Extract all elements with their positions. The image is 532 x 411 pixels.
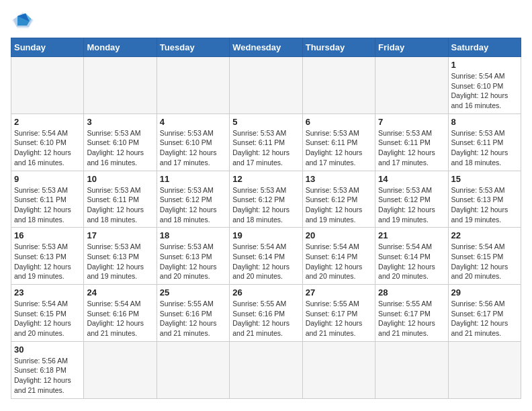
calendar-cell: 4Sunrise: 5:53 AMSunset: 6:10 PMDaylight… [157, 113, 229, 171]
calendar-week-2: 2Sunrise: 5:54 AMSunset: 6:10 PMDaylight… [11, 113, 521, 171]
day-number: 28 [378, 287, 445, 298]
logo-icon [11, 11, 35, 30]
calendar-cell: 1Sunrise: 5:54 AMSunset: 6:10 PMDaylight… [448, 57, 521, 114]
day-info: Sunrise: 5:54 AMSunset: 6:10 PMDaylight:… [14, 128, 81, 168]
day-info: Sunrise: 5:54 AMSunset: 6:10 PMDaylight:… [451, 71, 518, 111]
day-number: 24 [87, 287, 153, 298]
day-info: Sunrise: 5:55 AMSunset: 6:16 PMDaylight:… [232, 299, 299, 338]
calendar-cell: 22Sunrise: 5:54 AMSunset: 6:15 PMDayligh… [448, 228, 521, 285]
calendar-cell: 2Sunrise: 5:54 AMSunset: 6:10 PMDaylight… [11, 113, 84, 171]
calendar-cell [84, 57, 157, 114]
calendar-cell: 8Sunrise: 5:53 AMSunset: 6:11 PMDaylight… [448, 113, 521, 171]
day-number: 18 [160, 230, 226, 240]
calendar-cell [230, 57, 302, 114]
calendar-cell: 30Sunrise: 5:56 AMSunset: 6:18 PMDayligh… [11, 341, 84, 398]
day-number: 5 [232, 117, 299, 127]
day-number: 1 [451, 60, 518, 70]
logo [11, 11, 39, 30]
day-info: Sunrise: 5:55 AMSunset: 6:17 PMDaylight:… [378, 299, 445, 338]
calendar-cell: 5Sunrise: 5:53 AMSunset: 6:11 PMDaylight… [230, 113, 302, 171]
calendar-cell [230, 341, 302, 398]
day-number: 11 [160, 174, 226, 184]
day-info: Sunrise: 5:53 AMSunset: 6:12 PMDaylight:… [232, 185, 299, 225]
day-info: Sunrise: 5:53 AMSunset: 6:11 PMDaylight:… [378, 128, 445, 168]
day-info: Sunrise: 5:54 AMSunset: 6:14 PMDaylight:… [232, 242, 299, 281]
day-info: Sunrise: 5:54 AMSunset: 6:16 PMDaylight:… [87, 299, 153, 338]
calendar-cell: 24Sunrise: 5:54 AMSunset: 6:16 PMDayligh… [84, 285, 157, 342]
calendar-cell: 14Sunrise: 5:53 AMSunset: 6:12 PMDayligh… [375, 171, 448, 228]
calendar-cell: 15Sunrise: 5:53 AMSunset: 6:13 PMDayligh… [448, 171, 521, 228]
calendar-cell: 9Sunrise: 5:53 AMSunset: 6:11 PMDaylight… [11, 171, 84, 228]
calendar-cell: 27Sunrise: 5:55 AMSunset: 6:17 PMDayligh… [302, 285, 375, 342]
calendar-cell: 13Sunrise: 5:53 AMSunset: 6:12 PMDayligh… [302, 171, 375, 228]
day-number: 8 [451, 117, 518, 127]
day-number: 19 [232, 230, 299, 240]
day-number: 27 [306, 287, 372, 298]
day-number: 7 [378, 117, 445, 127]
calendar-cell [448, 341, 521, 398]
calendar-cell [375, 57, 448, 114]
calendar: SundayMondayTuesdayWednesdayThursdayFrid… [11, 38, 521, 399]
day-info: Sunrise: 5:54 AMSunset: 6:15 PMDaylight:… [451, 242, 518, 281]
calendar-cell: 16Sunrise: 5:53 AMSunset: 6:13 PMDayligh… [11, 228, 84, 285]
day-info: Sunrise: 5:54 AMSunset: 6:14 PMDaylight:… [306, 242, 372, 281]
calendar-cell: 17Sunrise: 5:53 AMSunset: 6:13 PMDayligh… [84, 228, 157, 285]
day-number: 20 [306, 230, 372, 240]
calendar-cell: 29Sunrise: 5:56 AMSunset: 6:17 PMDayligh… [448, 285, 521, 342]
calendar-cell [302, 57, 375, 114]
day-info: Sunrise: 5:53 AMSunset: 6:11 PMDaylight:… [232, 128, 299, 168]
calendar-cell [375, 341, 448, 398]
day-info: Sunrise: 5:54 AMSunset: 6:14 PMDaylight:… [378, 242, 445, 281]
day-number: 17 [87, 230, 153, 240]
calendar-cell: 21Sunrise: 5:54 AMSunset: 6:14 PMDayligh… [375, 228, 448, 285]
day-info: Sunrise: 5:53 AMSunset: 6:10 PMDaylight:… [87, 128, 153, 168]
day-info: Sunrise: 5:53 AMSunset: 6:11 PMDaylight:… [306, 128, 372, 168]
calendar-cell [302, 341, 375, 398]
day-number: 12 [232, 174, 299, 184]
day-number: 2 [14, 117, 81, 127]
calendar-cell: 11Sunrise: 5:53 AMSunset: 6:12 PMDayligh… [157, 171, 229, 228]
calendar-cell: 10Sunrise: 5:53 AMSunset: 6:11 PMDayligh… [84, 171, 157, 228]
page-header [11, 11, 521, 30]
day-info: Sunrise: 5:55 AMSunset: 6:17 PMDaylight:… [306, 299, 372, 338]
day-info: Sunrise: 5:53 AMSunset: 6:13 PMDaylight:… [14, 242, 81, 281]
day-info: Sunrise: 5:53 AMSunset: 6:11 PMDaylight:… [87, 185, 153, 225]
day-info: Sunrise: 5:53 AMSunset: 6:13 PMDaylight:… [451, 185, 518, 225]
calendar-cell: 25Sunrise: 5:55 AMSunset: 6:16 PMDayligh… [157, 285, 229, 342]
day-number: 30 [14, 345, 81, 355]
day-number: 3 [87, 117, 153, 127]
day-info: Sunrise: 5:53 AMSunset: 6:10 PMDaylight:… [160, 128, 226, 168]
calendar-cell: 19Sunrise: 5:54 AMSunset: 6:14 PMDayligh… [230, 228, 302, 285]
weekday-header-tuesday: Tuesday [157, 38, 229, 57]
calendar-week-5: 23Sunrise: 5:54 AMSunset: 6:15 PMDayligh… [11, 285, 521, 342]
day-number: 26 [232, 287, 299, 298]
calendar-cell [11, 57, 84, 114]
day-number: 23 [14, 287, 81, 298]
calendar-cell: 26Sunrise: 5:55 AMSunset: 6:16 PMDayligh… [230, 285, 302, 342]
day-number: 9 [14, 174, 81, 184]
day-number: 15 [451, 174, 518, 184]
day-info: Sunrise: 5:53 AMSunset: 6:13 PMDaylight:… [160, 242, 226, 281]
calendar-cell: 18Sunrise: 5:53 AMSunset: 6:13 PMDayligh… [157, 228, 229, 285]
day-number: 4 [160, 117, 226, 127]
calendar-cell: 7Sunrise: 5:53 AMSunset: 6:11 PMDaylight… [375, 113, 448, 171]
calendar-week-6: 30Sunrise: 5:56 AMSunset: 6:18 PMDayligh… [11, 341, 521, 398]
calendar-cell: 3Sunrise: 5:53 AMSunset: 6:10 PMDaylight… [84, 113, 157, 171]
calendar-cell [157, 341, 229, 398]
day-number: 25 [160, 287, 226, 298]
day-info: Sunrise: 5:53 AMSunset: 6:11 PMDaylight:… [451, 128, 518, 168]
weekday-header-wednesday: Wednesday [230, 38, 302, 57]
day-number: 29 [451, 287, 518, 298]
day-info: Sunrise: 5:56 AMSunset: 6:17 PMDaylight:… [451, 299, 518, 338]
weekday-header-friday: Friday [375, 38, 448, 57]
calendar-cell [157, 57, 229, 114]
calendar-cell: 20Sunrise: 5:54 AMSunset: 6:14 PMDayligh… [302, 228, 375, 285]
day-number: 16 [14, 230, 81, 240]
day-number: 10 [87, 174, 153, 184]
day-info: Sunrise: 5:55 AMSunset: 6:16 PMDaylight:… [160, 299, 226, 338]
weekday-header-saturday: Saturday [448, 38, 521, 57]
day-info: Sunrise: 5:53 AMSunset: 6:12 PMDaylight:… [160, 185, 226, 225]
calendar-cell: 12Sunrise: 5:53 AMSunset: 6:12 PMDayligh… [230, 171, 302, 228]
day-info: Sunrise: 5:53 AMSunset: 6:12 PMDaylight:… [306, 185, 372, 225]
calendar-header-row: SundayMondayTuesdayWednesdayThursdayFrid… [11, 38, 521, 57]
